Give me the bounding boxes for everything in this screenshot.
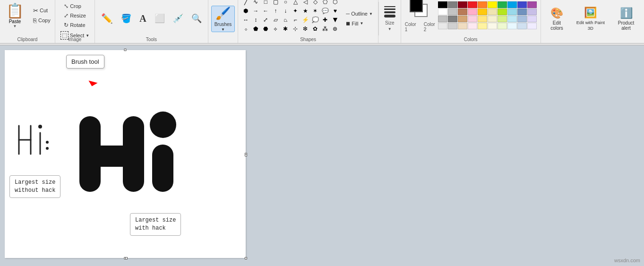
shape-more[interactable]: ▼ (330, 16, 340, 24)
color-cell-r1c3[interactable] (468, 9, 477, 15)
color-cell-r0c1[interactable] (448, 1, 457, 8)
paint-canvas[interactable]: Brush tool Largest sizewithout hack (5, 50, 246, 258)
color-cell-r2c4[interactable] (478, 16, 487, 22)
handle-mid-right[interactable] (245, 154, 247, 156)
fill-shape-button[interactable]: ◼ Fill ▼ (343, 19, 375, 27)
shape-9[interactable]: ⊹ (291, 25, 300, 33)
shape-5[interactable]: ⬟ (251, 25, 260, 33)
color-cell-r3c1[interactable] (448, 23, 457, 29)
shape-arrow-d[interactable]: ↓ (281, 7, 290, 15)
shape-hex[interactable]: ⬡ (330, 0, 340, 6)
color-cell-r3c3[interactable] (468, 23, 477, 29)
color-cell-r2c7[interactable] (507, 16, 517, 22)
handle-bottom-left[interactable] (125, 257, 128, 259)
color-cell-r2c2[interactable] (458, 16, 467, 22)
color-cell-r3c6[interactable] (498, 23, 507, 29)
color-cell-r1c6[interactable] (498, 9, 507, 15)
shape-triangle[interactable]: △ (291, 0, 300, 6)
shape-line[interactable]: ╱ (241, 0, 250, 6)
shape-lightning[interactable]: ⚡ (301, 16, 310, 24)
color-cell-r2c8[interactable] (517, 16, 527, 22)
shape-arrow-u[interactable]: ↑ (271, 7, 280, 15)
shape-callout[interactable]: 💬 (320, 7, 330, 15)
color-cell-r1c2[interactable] (458, 9, 467, 15)
shape-6[interactable]: ⬣ (261, 25, 270, 33)
color-cell-r3c2[interactable] (458, 23, 467, 29)
shape-roundrect[interactable]: ▢ (271, 0, 280, 6)
shape-ellipse[interactable]: ○ (281, 0, 290, 6)
shape-arrow-l[interactable]: ← (261, 7, 270, 15)
color1-swatch[interactable] (410, 0, 423, 12)
color-cell-r1c1[interactable] (448, 9, 457, 15)
fill-button[interactable]: 🪣 (118, 7, 135, 31)
shape-arrow-4[interactable]: ⤢ (261, 16, 270, 24)
color-cell-r1c9[interactable] (527, 9, 537, 15)
crop-button[interactable]: ⤡ Crop (61, 2, 84, 10)
shape-penta[interactable]: ⬠ (320, 0, 330, 6)
shape-10[interactable]: ❇ (301, 25, 310, 33)
paste-button[interactable]: 📋 Paste ▼ (2, 1, 28, 30)
shape-arrow-ud[interactable]: ↕ (251, 16, 260, 24)
color-cell-r0c3[interactable] (468, 1, 477, 8)
shape-cross[interactable]: ✚ (320, 16, 330, 24)
color-cell-r1c4[interactable] (478, 9, 487, 15)
shape-13[interactable]: ⊛ (330, 25, 340, 33)
shape-rect[interactable]: □ (261, 0, 270, 6)
shape-star6[interactable]: ✶ (310, 7, 320, 15)
color-cell-r1c8[interactable] (517, 9, 527, 15)
color-picker-button[interactable]: 💉 (170, 7, 187, 31)
shape-diamond[interactable]: ◇ (310, 0, 320, 6)
paint3d-button[interactable]: 🖼️ Edit with Paint 3D (572, 5, 609, 33)
color-cell-r3c7[interactable] (507, 23, 517, 29)
brushes-button[interactable]: 🖌️ Brushes ▼ (211, 6, 235, 32)
shape-arrow-r[interactable]: → (251, 7, 260, 15)
color-cell-r1c7[interactable] (507, 9, 517, 15)
shape-12[interactable]: ⁂ (320, 25, 330, 33)
color-cell-r0c7[interactable] (507, 1, 517, 8)
color-cell-r3c8[interactable] (517, 23, 527, 29)
magnifier-button[interactable]: 🔍 (188, 7, 205, 31)
text-button[interactable]: A (136, 7, 149, 31)
size-selector[interactable] (383, 5, 397, 19)
color-cell-r0c8[interactable] (517, 1, 527, 8)
color-cell-r2c3[interactable] (468, 16, 477, 22)
color-cell-r2c1[interactable] (448, 16, 457, 22)
shape-oct[interactable]: ⬢ (241, 7, 250, 15)
color-cell-r2c9[interactable] (527, 16, 537, 22)
color-cell-r0c6[interactable] (498, 1, 507, 8)
shape-trapezoid[interactable]: ⏢ (281, 16, 290, 24)
color-cell-r0c4[interactable] (478, 1, 487, 8)
shape-11[interactable]: ✿ (310, 25, 320, 33)
shape-arrow-lr[interactable]: ↔ (241, 16, 250, 24)
shape-curve[interactable]: ∿ (251, 0, 260, 6)
resize-button[interactable]: ⤢ Resize (61, 11, 88, 20)
color-cell-r3c9[interactable] (527, 23, 537, 29)
paste-dropdown[interactable]: ▼ (13, 24, 17, 28)
color-cell-r3c5[interactable] (488, 23, 497, 29)
shape-star5[interactable]: ★ (301, 7, 310, 15)
color-cell-r0c9[interactable] (527, 1, 537, 8)
color-cell-r1c0[interactable] (438, 9, 447, 15)
color-cell-r2c5[interactable] (488, 16, 497, 22)
eraser-button[interactable]: ⬜ (151, 7, 168, 31)
color-cell-r2c6[interactable] (498, 16, 507, 22)
outline-button[interactable]: ─ Outline ▼ (343, 10, 375, 17)
shape-parallelogram[interactable]: ▱ (271, 16, 280, 24)
shape-8[interactable]: ✱ (281, 25, 290, 33)
shape-7[interactable]: ⟡ (271, 25, 280, 33)
color-cell-r2c0[interactable] (438, 16, 447, 22)
pencil-button[interactable]: ✏️ (98, 7, 116, 31)
color-cell-r0c5[interactable] (488, 1, 497, 8)
handle-top-center[interactable] (124, 49, 127, 51)
color-cell-r0c2[interactable] (458, 1, 467, 8)
cut-button[interactable]: ✂ Cut (31, 6, 53, 15)
edit-colors-button[interactable]: 🎨 Edit colors (544, 5, 570, 33)
shape-heart[interactable]: ♥ (330, 7, 340, 15)
shape-corner[interactable]: ⌐ (291, 16, 300, 24)
shape-star4[interactable]: ✦ (291, 7, 300, 15)
shape-rtriangle[interactable]: ◁ (301, 0, 310, 6)
rotate-button[interactable]: ↻ Rotate (61, 21, 87, 29)
color-cell-r3c4[interactable] (478, 23, 487, 29)
shape-speech[interactable]: 💭 (310, 16, 320, 24)
color-cell-r1c5[interactable] (488, 9, 497, 15)
